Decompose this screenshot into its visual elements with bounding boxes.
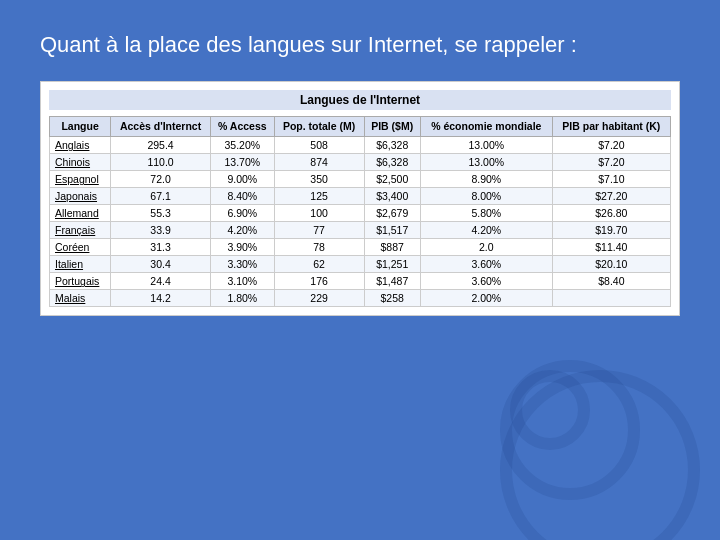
table-cell: 874: [274, 154, 364, 171]
table-body: Anglais295.435.20%508$6,32813.00%$7.20Ch…: [50, 137, 671, 307]
column-header: Accès d'Internct: [111, 116, 211, 137]
table-cell: 1.80%: [210, 290, 274, 307]
table-cell: 4.20%: [420, 222, 552, 239]
table-cell: $19.70: [552, 222, 670, 239]
table-cell: 55.3: [111, 205, 211, 222]
table-cell: 13.70%: [210, 154, 274, 171]
table-cell: 2.00%: [420, 290, 552, 307]
table-cell: 62: [274, 256, 364, 273]
table-cell: $887: [364, 239, 420, 256]
table-row: Allemand55.36.90%100$2,6795.80%$26.80: [50, 205, 671, 222]
table-cell: 78: [274, 239, 364, 256]
table-cell: Chinois: [50, 154, 111, 171]
table-cell: $2,500: [364, 171, 420, 188]
table-container: Langues de l'Internet LangueAccès d'Inte…: [40, 81, 680, 317]
table-cell: $11.40: [552, 239, 670, 256]
table-cell: 14.2: [111, 290, 211, 307]
bg-decoration-3: [510, 370, 590, 450]
table-row: Chinois110.013.70%874$6,32813.00%$7.20: [50, 154, 671, 171]
table-cell: [552, 290, 670, 307]
table-cell: $8.40: [552, 273, 670, 290]
table-header: LangueAccès d'Internct% AccessPop. total…: [50, 116, 671, 137]
table-cell: $6,328: [364, 154, 420, 171]
table-row: Espagnol72.09.00%350$2,5008.90%$7.10: [50, 171, 671, 188]
languages-table: LangueAccès d'Internct% AccessPop. total…: [49, 116, 671, 308]
table-row: Portugais24.43.10%176$1,4873.60%$8.40: [50, 273, 671, 290]
table-cell: 125: [274, 188, 364, 205]
table-cell: $7.20: [552, 137, 670, 154]
table-cell: Allemand: [50, 205, 111, 222]
table-cell: 229: [274, 290, 364, 307]
column-header: % Access: [210, 116, 274, 137]
column-header: PIB par habitant (K): [552, 116, 670, 137]
table-cell: 3.90%: [210, 239, 274, 256]
table-cell: Coréen: [50, 239, 111, 256]
table-cell: 13.00%: [420, 137, 552, 154]
table-cell: 5.80%: [420, 205, 552, 222]
table-cell: 100: [274, 205, 364, 222]
table-cell: $1,517: [364, 222, 420, 239]
header-row: LangueAccès d'Internct% AccessPop. total…: [50, 116, 671, 137]
table-cell: $258: [364, 290, 420, 307]
table-row: Français33.94.20%77$1,5174.20%$19.70: [50, 222, 671, 239]
table-cell: 13.00%: [420, 154, 552, 171]
table-row: Japonais67.18.40%125$3,4008.00%$27.20: [50, 188, 671, 205]
table-cell: Japonais: [50, 188, 111, 205]
column-header: Langue: [50, 116, 111, 137]
table-cell: Malais: [50, 290, 111, 307]
table-cell: 8.90%: [420, 171, 552, 188]
table-cell: 9.00%: [210, 171, 274, 188]
table-cell: 35.20%: [210, 137, 274, 154]
slide-content: Quant à la place des langues sur Interne…: [0, 0, 720, 336]
column-header: % économie mondiale: [420, 116, 552, 137]
table-cell: 30.4: [111, 256, 211, 273]
table-row: Coréen31.33.90%78$8872.0$11.40: [50, 239, 671, 256]
table-cell: 24.4: [111, 273, 211, 290]
table-cell: 6.90%: [210, 205, 274, 222]
table-cell: 508: [274, 137, 364, 154]
table-cell: $1,251: [364, 256, 420, 273]
table-cell: $27.20: [552, 188, 670, 205]
table-row: Italien30.43.30%62$1,2513.60%$20.10: [50, 256, 671, 273]
column-header: Pop. totale (M): [274, 116, 364, 137]
table-cell: Français: [50, 222, 111, 239]
table-cell: 110.0: [111, 154, 211, 171]
table-row: Malais14.21.80%229$2582.00%: [50, 290, 671, 307]
table-cell: 67.1: [111, 188, 211, 205]
table-cell: 295.4: [111, 137, 211, 154]
table-cell: 350: [274, 171, 364, 188]
table-cell: 2.0: [420, 239, 552, 256]
table-cell: $6,328: [364, 137, 420, 154]
table-cell: $3,400: [364, 188, 420, 205]
table-cell: 3.10%: [210, 273, 274, 290]
table-row: Anglais295.435.20%508$6,32813.00%$7.20: [50, 137, 671, 154]
table-cell: 72.0: [111, 171, 211, 188]
column-header: PIB ($M): [364, 116, 420, 137]
table-cell: 77: [274, 222, 364, 239]
table-cell: $26.80: [552, 205, 670, 222]
table-cell: Italien: [50, 256, 111, 273]
table-cell: $20.10: [552, 256, 670, 273]
table-cell: $7.10: [552, 171, 670, 188]
table-cell: $7.20: [552, 154, 670, 171]
table-cell: 3.60%: [420, 256, 552, 273]
table-cell: $1,487: [364, 273, 420, 290]
table-cell: 4.20%: [210, 222, 274, 239]
table-cell: 8.40%: [210, 188, 274, 205]
table-cell: 176: [274, 273, 364, 290]
table-cell: Anglais: [50, 137, 111, 154]
table-cell: 33.9: [111, 222, 211, 239]
table-cell: 3.60%: [420, 273, 552, 290]
table-cell: 8.00%: [420, 188, 552, 205]
table-cell: Espagnol: [50, 171, 111, 188]
table-cell: 3.30%: [210, 256, 274, 273]
table-cell: Portugais: [50, 273, 111, 290]
table-title: Langues de l'Internet: [49, 90, 671, 110]
table-cell: $2,679: [364, 205, 420, 222]
table-cell: 31.3: [111, 239, 211, 256]
slide-title: Quant à la place des langues sur Interne…: [40, 30, 680, 61]
